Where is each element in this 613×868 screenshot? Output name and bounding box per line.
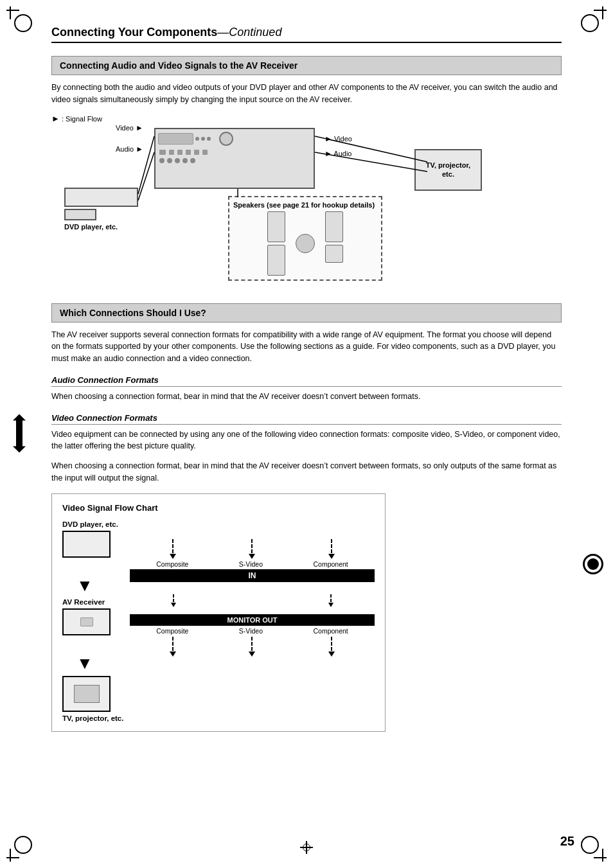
section1-header: Connecting Audio and Video Signals to th… [51,56,562,75]
page-container: Connecting Your Components—Continued Con… [0,0,613,868]
speaker-icons [233,211,377,276]
composite-top [170,538,176,559]
video-label-left: Video ► [116,123,143,132]
tv-device-box [62,676,111,712]
output-labels: Composite S-Video Component [130,627,375,635]
audio-label-left: Audio ► [116,145,143,154]
av-device-section: AV Receiver [62,598,130,635]
dvd-device-box [62,531,111,558]
section1-body: By connecting both the audio and video o… [51,82,562,106]
section2-body1: The AV receiver supports several connect… [51,329,562,365]
video-label-right: ► Video [324,134,352,143]
av-section-space [130,582,375,614]
video-formats-body2: When choosing a connection format, bear … [51,460,562,484]
speakers-unit: Speakers (see page 21 for hookup details… [228,196,382,281]
av-receiver-unit [154,128,315,189]
audio-formats-title: Audio Connection Formats [51,375,562,387]
corner-mark-tr [581,6,607,32]
top-arrows-row [130,520,375,559]
dvd-unit: DVD player, etc. [64,188,138,231]
title-text: Connecting Your Components [51,26,217,39]
mid-arrows [130,594,375,607]
fc-signals-col: Composite S-Video Component IN [130,520,375,722]
side-decoration-right [583,554,603,574]
section2-header: Which Connections Should I Use? [51,303,562,323]
audio-formats-body: When choosing a connection format, bear … [51,391,562,403]
page-title: Connecting Your Components—Continued [51,26,562,43]
corner-mark-bl [6,836,32,862]
legend: ► : Signal Flow [51,114,102,123]
big-arrow-av: ▼ [76,653,130,673]
fc-devices-col: DVD player, etc. ▼ AV Receiver ▼ [62,520,130,722]
tv-unit: TV, projector, etc. [414,149,482,191]
main-content: Connecting Your Components—Continued Con… [51,26,562,732]
diagram1: ► : Signal Flow Video ► Audio ► ► Video … [51,114,533,284]
av-device-box [62,608,111,635]
flow-chart-layout: DVD player, etc. ▼ AV Receiver ▼ [62,520,375,722]
flow-chart-title: Video Signal Flow Chart [62,503,375,513]
audio-label-right: ► Audio [324,149,351,158]
corner-mark-tl [6,6,32,32]
video-formats-body1: Video equipment can be connected by usin… [51,429,562,453]
monitor-out-bar: MONITOR OUT [130,614,375,626]
page-number: 25 [560,834,574,849]
corner-mark-br [581,836,607,862]
in-bar: IN [130,569,375,582]
tv-device-section: TV, projector, etc. [62,676,130,722]
video-formats-title: Video Connection Formats [51,413,562,425]
svideo-top [249,538,255,559]
big-arrow-dvd: ▼ [76,576,130,596]
component-top [328,538,335,559]
svg-line-1 [138,152,154,200]
flow-chart-container: Video Signal Flow Chart DVD player, etc.… [51,493,386,732]
dvd-device-section: DVD player, etc. [62,520,130,558]
bottom-center-mark [300,841,313,854]
title-continued: —Continued [217,26,281,39]
side-decoration-left [10,414,29,454]
input-labels: Composite S-Video Component [130,560,375,568]
bottom-arrows [130,636,375,657]
